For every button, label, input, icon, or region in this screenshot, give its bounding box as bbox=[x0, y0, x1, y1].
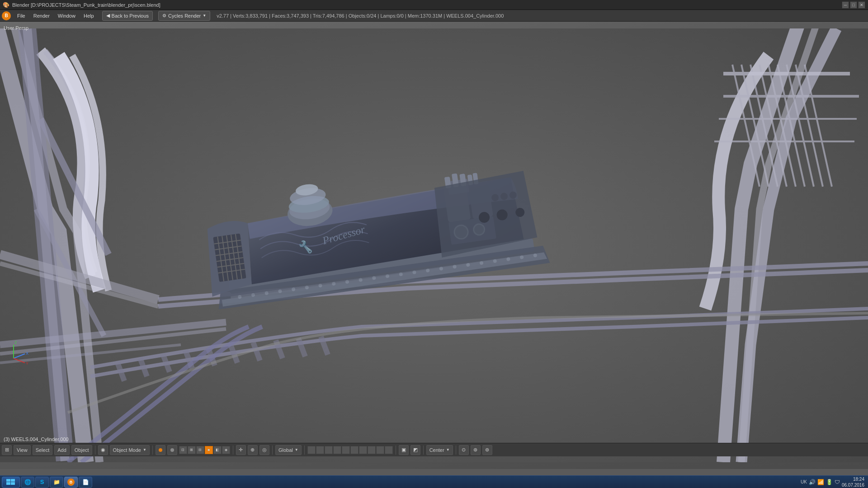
viewport-icon-button[interactable]: ⊞ bbox=[2, 445, 12, 455]
mesh-display-buttons: ⊡ ⊞ ⊟ ■ ◧ ◈ bbox=[179, 446, 230, 454]
manipulator-button[interactable]: ✛ bbox=[236, 445, 246, 455]
title-bar: 🎨 Blender [D:\PROJECTS\Steam_Punk_train\… bbox=[0, 0, 868, 10]
layer-4[interactable] bbox=[333, 446, 341, 454]
material-display-button[interactable]: ◧ bbox=[213, 446, 222, 454]
proportional-button[interactable]: ◎ bbox=[259, 445, 269, 455]
vertex-display-button[interactable]: ⊡ bbox=[179, 446, 187, 454]
extra-icon[interactable]: ⊚ bbox=[482, 445, 492, 455]
layer-3[interactable] bbox=[325, 446, 333, 454]
separator-2 bbox=[152, 446, 153, 455]
viewport-mode-icon[interactable]: ⊙ bbox=[459, 445, 469, 455]
render-engine-selector[interactable]: ⚙ Cycles Render ▼ bbox=[158, 11, 210, 21]
clock-time: 18:24 bbox=[842, 476, 864, 482]
add-menu-button[interactable]: Add bbox=[54, 445, 70, 455]
minimize-button[interactable]: ─ bbox=[842, 1, 849, 9]
transform-orientation-dropdown[interactable]: Global ▼ bbox=[275, 445, 302, 455]
version-info: v2.77 | Verts:3,833,791 | Faces:3,747,39… bbox=[217, 13, 504, 19]
snap-icon-button[interactable]: ⊕ bbox=[248, 445, 258, 455]
maximize-button[interactable]: □ bbox=[850, 1, 857, 9]
layer-buttons bbox=[307, 446, 393, 454]
chevron-down-icon-3: ▼ bbox=[446, 448, 450, 452]
speaker-icon: 🔊 bbox=[809, 479, 816, 485]
svg-rect-102 bbox=[6, 482, 10, 485]
separator bbox=[95, 446, 95, 455]
back-icon: ◀ bbox=[106, 13, 110, 19]
taskbar: 🌐 S 📁 B 📄 UK 🔊 📶 🔋 🛡 18:24 06.07.2016 bbox=[0, 475, 868, 488]
layer-9[interactable] bbox=[376, 446, 384, 454]
menu-help[interactable]: Help bbox=[80, 11, 98, 21]
render-display-button[interactable]: ◈ bbox=[222, 446, 230, 454]
separator-5 bbox=[304, 446, 305, 455]
mode-icon: ◉ bbox=[98, 445, 108, 455]
taskbar-skype[interactable]: S bbox=[35, 477, 49, 488]
separator-8 bbox=[456, 446, 456, 455]
inactive-dot bbox=[170, 448, 174, 452]
layer-10[interactable] bbox=[385, 446, 393, 454]
explorer-icon: 📁 bbox=[53, 479, 60, 486]
svg-rect-100 bbox=[6, 479, 10, 482]
layer-7[interactable] bbox=[359, 446, 367, 454]
taskbar-chrome[interactable]: 🌐 bbox=[21, 477, 34, 488]
taskbar-blender[interactable]: B bbox=[64, 477, 78, 488]
camera-icon[interactable]: ◩ bbox=[410, 445, 420, 455]
menu-bar: B File Render Window Help ◀ Back to Prev… bbox=[0, 10, 868, 22]
menu-file[interactable]: File bbox=[14, 11, 29, 21]
layer-5[interactable] bbox=[342, 446, 350, 454]
chrome-icon: 🌐 bbox=[24, 479, 31, 486]
chevron-down-icon-2: ▼ bbox=[295, 448, 298, 452]
menu-render[interactable]: Render bbox=[30, 11, 53, 21]
title-bar-left: 🎨 Blender [D:\PROJECTS\Steam_Punk_train\… bbox=[3, 2, 160, 8]
layer-6[interactable] bbox=[350, 446, 359, 454]
close-button[interactable]: ✕ bbox=[858, 1, 865, 9]
svg-text:X: X bbox=[26, 351, 28, 356]
system-tray: UK 🔊 📶 🔋 🛡 18:24 06.07.2016 bbox=[799, 476, 866, 488]
svg-text:Y: Y bbox=[26, 361, 28, 366]
separator-6 bbox=[396, 446, 396, 455]
blender-taskbar-icon: B bbox=[67, 479, 75, 486]
back-label: Back to Previous bbox=[112, 13, 149, 19]
object-menu-button[interactable]: Object bbox=[71, 445, 92, 455]
layer-dot-2[interactable] bbox=[167, 445, 177, 455]
view-menu-button[interactable]: View bbox=[14, 445, 31, 455]
window-title: Blender [D:\PROJECTS\Steam_Punk_train\bl… bbox=[12, 2, 160, 8]
menu-window[interactable]: Window bbox=[54, 11, 79, 21]
active-dot bbox=[159, 448, 162, 452]
render-layer-icon[interactable]: ▣ bbox=[399, 445, 409, 455]
bottom-toolbar: ⊞ View Select Add Object ◉ Object Mode ▼ bbox=[0, 443, 868, 456]
separator-3 bbox=[233, 446, 233, 455]
solid-display-button[interactable]: ■ bbox=[205, 446, 213, 454]
skype-icon: S bbox=[38, 479, 46, 486]
separator-7 bbox=[423, 446, 424, 455]
blender-logo: B bbox=[2, 11, 11, 20]
pivot-point-dropdown[interactable]: Center ▼ bbox=[426, 445, 453, 455]
render-engine-label: Cycles Render bbox=[168, 13, 201, 19]
windows-logo-icon bbox=[6, 479, 15, 485]
edge-display-button[interactable]: ⊞ bbox=[188, 446, 196, 454]
shield-icon: 🛡 bbox=[835, 479, 840, 485]
face-display-button[interactable]: ⊟ bbox=[196, 446, 204, 454]
chevron-down-icon: ▼ bbox=[143, 448, 146, 452]
viewport-3d[interactable]: 🔧 Processor bbox=[0, 22, 868, 469]
svg-text:Z: Z bbox=[14, 340, 17, 345]
layer-8[interactable] bbox=[368, 446, 376, 454]
uk-flag-label: UK bbox=[801, 479, 807, 484]
taskbar-explorer[interactable]: 📁 bbox=[50, 477, 63, 488]
taskbar-document[interactable]: 📄 bbox=[79, 477, 92, 488]
object-mode-dropdown[interactable]: Object Mode ▼ bbox=[110, 445, 150, 455]
scene-3d: 🔧 Processor bbox=[0, 22, 868, 469]
system-clock: 18:24 06.07.2016 bbox=[842, 476, 864, 488]
scene-svg: 🔧 Processor bbox=[0, 28, 868, 462]
start-button[interactable] bbox=[2, 477, 20, 488]
back-to-previous-button[interactable]: ◀ Back to Previous bbox=[102, 11, 153, 21]
document-icon: 📄 bbox=[82, 479, 89, 486]
svg-rect-101 bbox=[11, 479, 15, 482]
layer-dot-1[interactable] bbox=[156, 445, 165, 455]
select-menu-button[interactable]: Select bbox=[33, 445, 53, 455]
chevron-down-icon: ▼ bbox=[203, 14, 206, 18]
network-icon: 📶 bbox=[817, 479, 824, 485]
blender-icon: 🎨 bbox=[3, 2, 9, 8]
clock-date: 06.07.2016 bbox=[842, 482, 864, 488]
layer-1[interactable] bbox=[307, 446, 316, 454]
overlay-icon[interactable]: ⊛ bbox=[471, 445, 481, 455]
layer-2[interactable] bbox=[316, 446, 324, 454]
